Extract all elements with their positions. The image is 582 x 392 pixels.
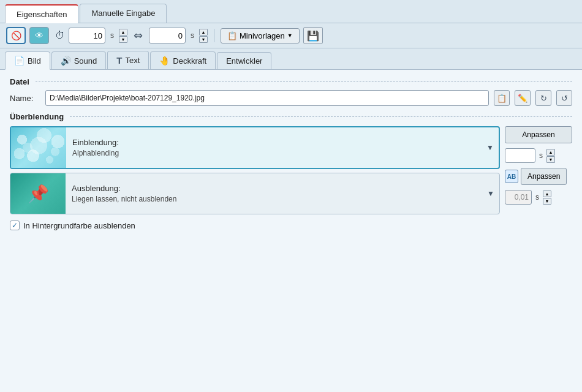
browse-button[interactable]: 📋 (494, 90, 510, 106)
duration-spin-up[interactable]: ▲ (119, 29, 127, 36)
undo-icon: ↺ (561, 94, 568, 103)
bild-icon: 📄 (14, 56, 25, 66)
timer-icon: ⏱ (55, 30, 65, 41)
blend-duration-unit: s (539, 151, 543, 160)
small-duration-spinner: ▲ ▼ (543, 190, 551, 205)
sound-icon: 🔊 (61, 56, 71, 66)
einblendung-title: Einblendung: (72, 138, 475, 147)
undo-button[interactable]: ↺ (556, 90, 572, 106)
duration-input[interactable] (69, 28, 105, 43)
visibility-btn-1[interactable]: 🚫 (6, 27, 26, 44)
small-duration-input[interactable] (505, 190, 532, 205)
offset-spin-up[interactable]: ▲ (199, 29, 208, 36)
sub-tabs: 📄 Bild 🔊 Sound T Text 🤚 Deckkraft Entwic… (0, 48, 582, 70)
name-label: Name: (10, 94, 40, 103)
content-area: Datei Name: 📋 ✏️ ↻ ↺ Überblendung (0, 70, 582, 392)
ausblendung-thumbnail: 📌 (10, 173, 66, 214)
small-duration-spin-down[interactable]: ▼ (543, 198, 551, 205)
name-field-row: Name: 📋 ✏️ ↻ ↺ (10, 90, 572, 106)
deckkraft-label: Deckkraft (173, 56, 206, 66)
ausblendung-subtitle: Liegen lassen, nicht ausblenden (72, 195, 476, 203)
sub-tab-sound[interactable]: 🔊 Sound (51, 51, 107, 69)
anpassen2-row: AB Anpassen (505, 168, 572, 185)
eyedropper-button[interactable]: ✏️ (515, 90, 531, 106)
einblendung-arrow: ▼ (482, 143, 499, 152)
offset-spin-down[interactable]: ▼ (199, 36, 208, 43)
checkbox-check-icon: ✓ (12, 221, 18, 230)
sub-tab-bild[interactable]: 📄 Bild (5, 51, 50, 70)
ausblendung-arrow: ▼ (482, 189, 499, 198)
einblendung-info: Einblendung: Alphablending (66, 133, 482, 162)
checkbox-row: ✓ In Hintergrundfarbe ausblenden (10, 221, 572, 230)
anpassen-btn-1[interactable]: Anpassen (505, 126, 572, 143)
blend-duration-input[interactable] (505, 148, 535, 163)
ausblendung-row[interactable]: 📌 Ausblendung: Liegen lassen, nicht ausb… (10, 173, 500, 214)
tab-manuelle-eingabe[interactable]: Manuelle Eingabe (80, 4, 167, 23)
ausblendung-info: Ausblendung: Liegen lassen, nicht ausble… (66, 179, 482, 208)
text-icon: T (116, 55, 122, 66)
blend-list: Einblendung: Alphablending ▼ 📌 Ausblendu… (10, 126, 500, 214)
blend-controls: Anpassen s ▲ ▼ AB Anpassen (505, 126, 572, 214)
toolbar-separator (214, 29, 214, 42)
sound-label: Sound (74, 56, 97, 66)
einblendung-thumbnail (11, 127, 66, 168)
blend-duration-spin-up[interactable]: ▲ (546, 149, 555, 156)
hintergrund-checkbox[interactable]: ✓ (10, 221, 20, 230)
blend-duration-spinner: ▲ ▼ (546, 149, 555, 163)
tab-eigenschaften[interactable]: Eigenschaften (5, 4, 78, 23)
offset-input[interactable] (149, 28, 186, 43)
main-window: Eigenschaften Manuelle Eingabe 🚫 👁 ⏱ s ▲… (0, 0, 582, 392)
offset-spinner: ▲ ▼ (199, 29, 208, 43)
datei-section-label: Datei (10, 77, 572, 86)
duration-row: s ▲ ▼ (505, 148, 572, 163)
text-label: Text (125, 56, 140, 65)
deckkraft-icon: 🤚 (159, 56, 170, 66)
duration-unit: s (110, 31, 114, 40)
pin-pattern: 📌 (10, 173, 66, 214)
move-icon: ⇔ (134, 29, 143, 42)
einblendung-row[interactable]: Einblendung: Alphablending ▼ (10, 126, 500, 169)
small-duration-spin-up[interactable]: ▲ (543, 190, 551, 197)
small-duration-row: s ▲ ▼ (505, 190, 572, 205)
refresh-button[interactable]: ↻ (535, 90, 551, 106)
sub-tab-entwickler[interactable]: Entwickler (217, 52, 271, 69)
eye-closed-icon: 🚫 (11, 31, 21, 40)
hintergrund-label: In Hintergrundfarbe ausblenden (23, 221, 135, 230)
file-path-input[interactable] (45, 90, 489, 106)
sub-tab-deckkraft[interactable]: 🤚 Deckkraft (150, 51, 216, 69)
minivorlagen-label: Minivorlagen (240, 31, 285, 40)
bild-label: Bild (28, 56, 41, 66)
eyedropper-icon: ✏️ (518, 94, 527, 103)
offset-unit: s (191, 31, 194, 40)
bubble-pattern (11, 127, 66, 168)
small-duration-unit: s (535, 193, 539, 202)
save-icon: 💾 (307, 30, 319, 42)
minivorlagen-arrow: ▼ (287, 32, 293, 39)
ueberblendung-section-label: Überblendung (10, 112, 572, 121)
minivorlagen-icon: 📋 (227, 31, 237, 40)
anpassen-btn-2[interactable]: Anpassen (521, 168, 567, 185)
ab-icon: AB (505, 170, 518, 183)
eye-open-icon: 👁 (35, 31, 43, 40)
entwickler-label: Entwickler (226, 56, 262, 66)
top-tabs: Eigenschaften Manuelle Eingabe (0, 0, 582, 23)
browse-icon: 📋 (497, 94, 507, 103)
sub-tab-text[interactable]: T Text (107, 51, 149, 69)
toolbar: 🚫 👁 ⏱ s ▲ ▼ ⇔ s ▲ ▼ 📋 Minivorlagen ▼ 💾 (0, 23, 582, 48)
duration-spin-down[interactable]: ▼ (119, 36, 127, 43)
einblendung-subtitle: Alphablending (72, 149, 475, 157)
save-button[interactable]: 💾 (303, 27, 323, 44)
duration-spinner: ▲ ▼ (119, 29, 127, 43)
visibility-btn-2[interactable]: 👁 (29, 27, 49, 44)
pin-icon: 📌 (28, 184, 49, 204)
minivorlagen-button[interactable]: 📋 Minivorlagen ▼ (221, 28, 300, 43)
blend-area: Einblendung: Alphablending ▼ 📌 Ausblendu… (10, 126, 572, 214)
blend-duration-spin-down[interactable]: ▼ (546, 156, 555, 163)
refresh-icon: ↻ (540, 94, 547, 103)
ausblendung-title: Ausblendung: (72, 184, 476, 193)
